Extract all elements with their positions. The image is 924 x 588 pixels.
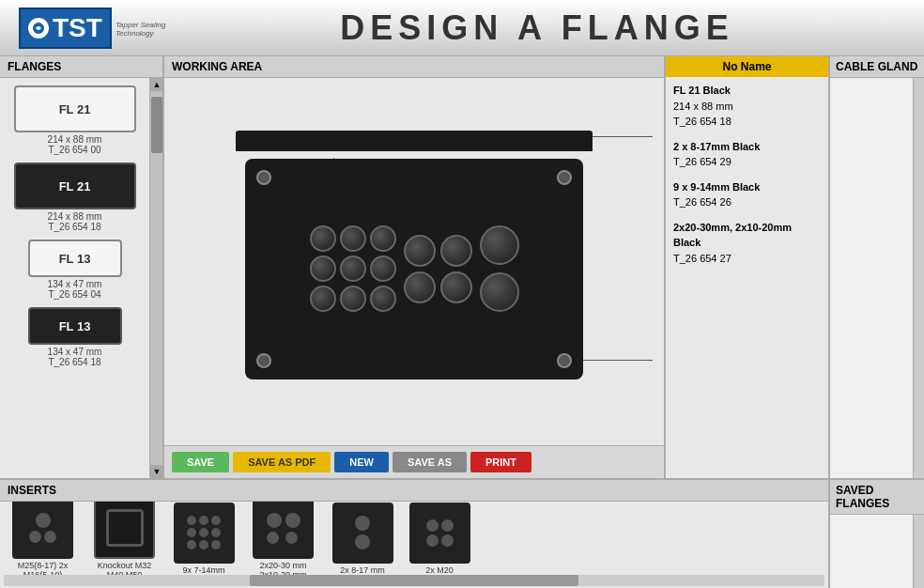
save-button[interactable]: SAVE (172, 452, 229, 472)
saved-flanges-scrollbar[interactable] (913, 515, 924, 588)
dot (44, 531, 56, 543)
flange-label-fl21-2: FL 21 (59, 179, 91, 193)
insert-label-0: M25(8-17) 2x M16(5-10) (8, 561, 78, 576)
dot (36, 513, 51, 528)
dot (199, 540, 208, 549)
insert-item-2[interactable]: 9x 7-14mm (171, 503, 237, 575)
inserts-scroll-thumb (250, 575, 578, 586)
corner-hole-bl (256, 353, 271, 368)
scroll-up-arrow[interactable]: ▲ (150, 78, 162, 91)
flange-item-fl21-2[interactable]: FL 21 214 x 88 mmT_26 654 18 (4, 162, 146, 232)
info-item-3-label: 2x20-30mm, 2x10-20mm Black (673, 220, 821, 251)
insert-label-3: 2x20-30 mm 2x10-20 mm (248, 561, 318, 576)
inserts-scrollbar[interactable] (4, 575, 824, 586)
dot (187, 540, 196, 549)
flange-item-fl13-2[interactable]: FL 13 134 x 47 mmT_26 654 18 (4, 307, 146, 367)
insert-c9 (370, 286, 396, 312)
dot (267, 513, 282, 528)
dot (199, 516, 208, 525)
flange-label-fl13-1: FL 13 (59, 252, 91, 266)
info-item-0: FL 21 Black 214 x 88 mmT_26 654 18 (673, 83, 821, 130)
saved-flanges-content (830, 515, 924, 588)
insert-thumb-4 (332, 503, 393, 564)
dot (199, 528, 208, 537)
working-area-title: WORKING AREA (164, 56, 664, 78)
flange-item-fl13-1[interactable]: FL 13 134 x 47 mmT_26 654 04 (4, 240, 146, 300)
insert-cm2 (440, 235, 472, 267)
flange-label-fl13-2: FL 13 (59, 319, 91, 333)
saved-flanges-title: SAVED FLANGES (830, 480, 924, 515)
insert-thumb-5 (409, 503, 470, 564)
canvas-area[interactable]: 9 mm 214 mm 88 mm (164, 78, 664, 445)
insert-cm4 (440, 271, 472, 303)
insert-c1 (310, 225, 336, 252)
insert-item-0[interactable]: M25(8-17) 2x M16(5-10) (8, 502, 78, 575)
flange-body (245, 159, 583, 379)
corner-hole-tl (256, 170, 271, 185)
app-header: TST Tapper Sealing Technology DESIGN A F… (0, 0, 924, 56)
scroll-down-arrow[interactable]: ▼ (150, 465, 162, 478)
insert-c2 (340, 225, 366, 252)
insert-c4 (310, 255, 336, 282)
info-list: FL 21 Black 214 x 88 mmT_26 654 18 2 x 8… (666, 77, 828, 478)
flange-top-strip (236, 131, 593, 151)
info-item-1-details: T_26 654 29 (673, 156, 732, 167)
dot (355, 516, 370, 531)
info-item-1-label: 2 x 8-17mm Black (673, 139, 821, 155)
insert-c5 (340, 255, 366, 282)
info-item-1: 2 x 8-17mm Black T_26 654 29 (673, 139, 821, 170)
knockout-visual (106, 509, 144, 547)
save-as-pdf-button[interactable]: SAVE AS PDF (233, 452, 331, 472)
print-button[interactable]: PRINT (470, 452, 531, 472)
dot (211, 540, 221, 549)
dot (441, 519, 454, 532)
working-area: WORKING AREA 9 mm 214 mm 88 mm (164, 56, 666, 478)
bottom-section: INSERTS (0, 480, 924, 588)
cable-gland-scrollbar[interactable] (913, 78, 924, 478)
app-title: DESIGN A FLANGE (169, 8, 905, 48)
insert-item-1[interactable]: Knockout M32 M40 M50 (89, 502, 160, 575)
insert-thumb-3 (253, 502, 314, 559)
info-item-3: 2x20-30mm, 2x10-20mm Black T_26 654 27 (673, 220, 821, 267)
insert-label-1: Knockout M32 M40 M50 (89, 561, 160, 576)
insert-layout (300, 216, 529, 321)
cable-gland-title: CABLE GLAND (830, 56, 924, 78)
info-item-2-label: 9 x 9-14mm Black (673, 179, 821, 195)
insert-item-3[interactable]: 2x20-30 mm 2x10-20 mm (248, 502, 318, 575)
right-insert-group (480, 225, 519, 312)
insert-item-5[interactable]: 2x M20 (407, 503, 472, 575)
new-button[interactable]: NEW (334, 452, 389, 472)
project-name-bar[interactable]: No Name (666, 56, 828, 77)
dot (426, 534, 439, 547)
insert-c6 (370, 255, 396, 282)
corner-hole-tr (557, 170, 572, 185)
insert-thumb-0 (12, 502, 73, 559)
flange-item-fl21-1[interactable]: FL 21 214 x 88 mmT_26 654 00 (4, 85, 146, 155)
inserts-panel: INSERTS (0, 480, 830, 588)
info-panel: No Name FL 21 Black 214 x 88 mmT_26 654 … (666, 56, 830, 478)
insert-cm1 (404, 235, 436, 267)
flange-visual (236, 131, 593, 394)
info-item-2: 9 x 9-14mm Black T_26 654 26 (673, 179, 821, 210)
dot (441, 534, 454, 547)
scrollbar-thumb[interactable] (151, 97, 162, 153)
insert-item-4[interactable]: 2x 8-17 mm (330, 503, 395, 575)
insert-label-2: 9x 7-14mm (182, 565, 224, 575)
save-as-button[interactable]: SAVE AS (393, 452, 467, 472)
insert-lg1 (480, 225, 519, 265)
info-item-0-details: 214 x 88 mmT_26 654 18 (673, 101, 733, 128)
dot (426, 519, 439, 532)
flanges-scrollbar[interactable]: ▲ ▼ (149, 78, 162, 478)
insert-label-4: 2x 8-17 mm (340, 565, 385, 575)
main-layout: FLANGES FL 21 214 x 88 mmT_26 654 00 FL … (0, 56, 924, 588)
cable-gland-panel: CABLE GLAND (830, 56, 924, 478)
flange-size-fl13-1: 134 x 47 mmT_26 654 04 (48, 279, 102, 300)
inserts-content: M25(8-17) 2x M16(5-10) Knockout M32 M40 … (0, 502, 828, 575)
flanges-panel: FLANGES FL 21 214 x 88 mmT_26 654 00 FL … (0, 56, 164, 478)
flange-label-fl21-1: FL 21 (59, 102, 91, 116)
dot (211, 516, 221, 525)
left-insert-group (310, 225, 396, 312)
saved-flanges-panel: SAVED FLANGES (830, 480, 924, 588)
insert-c3 (370, 225, 396, 252)
insert-c7 (310, 286, 336, 312)
